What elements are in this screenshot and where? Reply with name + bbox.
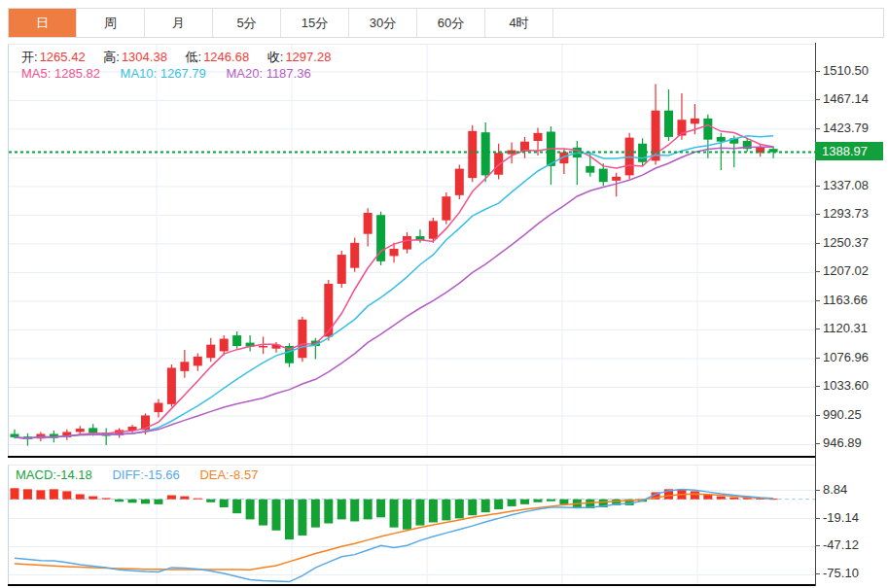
ma10-line [15,136,773,438]
ohlc-header: 开:1265.42 高:1304.38 低:1246.68 收:1297.28 [21,49,345,66]
y-axis-label: 1510.50 [815,63,869,79]
dea-value: DEA:-8.57 [199,467,258,482]
macd-chart[interactable] [8,465,816,585]
ma5-line [15,125,773,438]
ma-header: MA5: 1285.82 MA10: 1267.79 MA20: 1187.36 [21,66,328,81]
ohlc-open: 开:1265.42 [21,50,86,64]
ma5-value: MA5: 1285.82 [21,66,100,81]
main-chart-bottom-border [8,456,815,458]
tabbar-spacer [553,9,883,37]
trading-chart-app: 日 周 月 5分 15分 30分 60分 4时 开:1265.42 高:1304… [0,0,888,588]
macd-bottom-border [8,584,815,586]
last-price-tag: 1388.97 [815,142,883,160]
tab-day[interactable]: 日 [9,9,77,37]
tab-5min[interactable]: 5分 [213,9,281,37]
tab-4hour[interactable]: 4时 [485,9,553,37]
tab-month[interactable]: 月 [145,9,213,37]
main-y-axis: 1510.501467.141423.791380.431337.081293.… [815,44,888,457]
y-axis-label: 1076.96 [815,350,869,365]
ohlc-close: 收:1297.28 [267,50,332,64]
diff-value: DIFF:-15.66 [112,467,179,482]
y-axis-label: 1163.66 [815,293,868,308]
candlestick-chart[interactable] [8,44,816,458]
y-axis-label: -47.12 [815,537,859,553]
tab-15min[interactable]: 15分 [281,9,349,37]
y-axis-label: 1467.14 [815,91,869,107]
y-axis-label: -19.14 [815,510,859,526]
candles-layer [11,84,778,445]
period-tabbar: 日 周 月 5分 15分 30分 60分 4时 [8,8,884,38]
macd-histogram [11,488,778,539]
ma10-value: MA10: 1267.79 [121,66,206,81]
y-axis-label: 1423.79 [815,121,869,136]
tab-30min[interactable]: 30分 [349,9,417,37]
y-axis-label: 1250.37 [815,235,869,251]
tab-60min[interactable]: 60分 [417,9,485,37]
y-axis-label: 1293.73 [815,206,869,222]
y-axis-label: 946.89 [815,435,862,451]
y-axis-label: 8.84 [815,482,847,498]
y-axis-label: -75.10 [815,566,859,581]
y-axis-label: 990.25 [815,407,862,423]
tab-week[interactable]: 周 [77,9,145,37]
macd-y-axis: 8.84-19.14-47.12-75.10 [815,465,888,584]
y-axis-label: 1207.02 [815,263,869,279]
ohlc-low: 低:1246.68 [186,50,250,64]
macd-header: MACD:-14.18 DIFF:-15.66 DEA:-8.57 [16,467,274,482]
y-axis-label: 1033.60 [815,378,869,394]
y-axis-label: 1120.31 [815,321,868,336]
ma20-line [15,147,773,438]
ma20-value: MA20: 1187.36 [226,66,310,81]
y-axis-label: 1337.08 [815,178,869,193]
ohlc-high: 高:1304.38 [103,50,167,64]
macd-value: MACD:-14.18 [16,467,92,482]
